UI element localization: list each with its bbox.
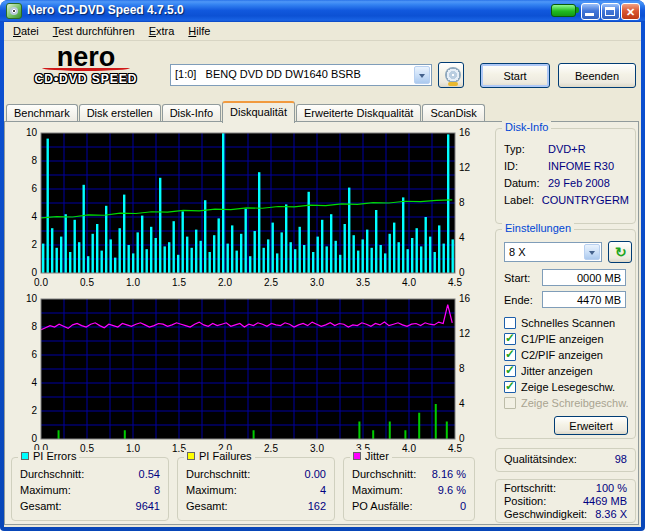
checkbox-label: Jitter anzeigen bbox=[521, 365, 593, 377]
minimize-icon bbox=[585, 13, 594, 16]
checkbox-icon bbox=[504, 365, 516, 377]
stat-row: Gesamt:9641 bbox=[20, 498, 160, 514]
menu-item-hilfe[interactable]: Hilfe bbox=[181, 23, 217, 39]
stats-rows: Durchschnitt:0.54 Maximum:8 Gesamt:9641 bbox=[12, 458, 168, 514]
end-position-field[interactable] bbox=[542, 291, 626, 308]
checkbox-label: C2/PIF anzeigen bbox=[521, 349, 603, 361]
stat-label: Maximum: bbox=[352, 482, 403, 498]
svg-text:2.5: 2.5 bbox=[264, 277, 278, 288]
disk-info-value: DVD+R bbox=[548, 141, 586, 158]
start-position-label: Start: bbox=[504, 272, 530, 284]
stats-jitter-caption: Jitter bbox=[350, 450, 392, 462]
tab-erweiterte-diskqualitaet[interactable]: Erweiterte Diskqualität bbox=[296, 104, 421, 122]
chevron-down-icon bbox=[589, 251, 595, 258]
disk-info-caption: Disk-Info bbox=[502, 121, 551, 133]
maximize-button[interactable] bbox=[601, 3, 620, 20]
svg-text:8: 8 bbox=[459, 363, 465, 374]
progress-rows: Fortschritt:100 % Position:4469 MB Gesch… bbox=[496, 480, 635, 523]
progress-row-fortschritt: Fortschritt:100 % bbox=[504, 482, 627, 495]
speed-dropdown-arrow-icon[interactable] bbox=[584, 244, 600, 260]
advanced-button[interactable]: Erweitert bbox=[554, 416, 628, 435]
menu-item-datei[interactable]: Datei bbox=[6, 23, 46, 39]
checkbox-jitter-anzeigen[interactable]: Jitter anzeigen bbox=[504, 364, 631, 378]
stat-value: 0 bbox=[460, 498, 466, 514]
client-area: Datei Test durchführen Extra Hilfe nero … bbox=[4, 22, 641, 527]
svg-text:6: 6 bbox=[31, 349, 37, 360]
stats-rows: Durchschnitt:8.16 % Maximum:9.6 % PO Aus… bbox=[344, 458, 474, 514]
svg-text:10: 10 bbox=[26, 128, 38, 138]
tab-page-diskqualitaet: 108642016128400.00.51.01.52.02.53.03.54.… bbox=[4, 121, 639, 525]
progress-label: Fortschritt: bbox=[504, 482, 556, 495]
stat-row: Durchschnitt:0.00 bbox=[186, 466, 326, 482]
checkbox-zeige-schreibgeschw[interactable]: Zeige Schreibgeschw. bbox=[504, 396, 631, 410]
tab-benchmark[interactable]: Benchmark bbox=[6, 104, 78, 122]
speed-select-value: 8 X bbox=[505, 243, 583, 261]
disk-info-row-label: Label:COUNTRYGERM bbox=[504, 192, 629, 209]
progress-value: 8.36 X bbox=[595, 508, 627, 521]
checkbox-icon bbox=[504, 349, 516, 361]
disk-info-label: Datum: bbox=[504, 175, 548, 192]
title-bar[interactable]: Nero CD-DVD Speed 4.7.5.0 ✕ bbox=[0, 0, 645, 22]
progress-label: Geschwindigkeit: bbox=[504, 508, 587, 521]
tab-diskqualitaet[interactable]: Diskqualität bbox=[222, 101, 295, 123]
stats-pi-errors: PI Errors Durchschnitt:0.54 Maximum:8 Ge… bbox=[11, 457, 169, 521]
start-button[interactable]: Start bbox=[480, 63, 550, 88]
tab-disk-erstellen[interactable]: Disk erstellen bbox=[79, 104, 161, 122]
progress-row-geschwindigkeit: Geschwindigkeit:8.36 X bbox=[504, 508, 627, 521]
stat-label: PO Ausfälle: bbox=[352, 498, 413, 514]
checkbox-icon bbox=[504, 397, 516, 409]
stat-value: 8.16 % bbox=[432, 466, 466, 482]
close-button[interactable]: ✕ bbox=[621, 3, 640, 20]
checkbox-zeige-lesegeschw[interactable]: Zeige Lesegeschw. bbox=[504, 380, 631, 394]
drive-select-value: [1:0] BENQ DVD DD DW1640 BSRB bbox=[171, 65, 413, 85]
svg-text:2: 2 bbox=[31, 239, 37, 250]
svg-text:3.0: 3.0 bbox=[310, 277, 324, 288]
menu-item-extra[interactable]: Extra bbox=[142, 23, 182, 39]
app-window: Nero CD-DVD Speed 4.7.5.0 ✕ Datei Test d… bbox=[0, 0, 645, 531]
disc-icon bbox=[445, 67, 461, 83]
svg-text:0.5: 0.5 bbox=[80, 277, 94, 288]
svg-text:8: 8 bbox=[31, 155, 37, 166]
start-position-field[interactable] bbox=[542, 269, 626, 286]
close-icon: ✕ bbox=[622, 6, 639, 18]
checkbox-label: Schnelles Scannen bbox=[521, 317, 615, 329]
refresh-disc-button[interactable]: ↻ bbox=[608, 241, 632, 263]
speed-select[interactable]: 8 X bbox=[504, 242, 602, 262]
svg-text:4: 4 bbox=[459, 398, 465, 409]
quality-index-value: 98 bbox=[615, 453, 627, 465]
stat-value: 0.54 bbox=[139, 466, 160, 482]
tab-disk-info[interactable]: Disk-Info bbox=[162, 104, 221, 122]
disk-info-row-typ: Typ:DVD+R bbox=[504, 141, 629, 158]
eject-disc-button[interactable] bbox=[438, 62, 464, 88]
checkbox-c2-pif-anzeigen[interactable]: C2/PIF anzeigen bbox=[504, 348, 631, 362]
menu-bar: Datei Test durchführen Extra Hilfe bbox=[4, 22, 641, 41]
svg-text:8: 8 bbox=[459, 197, 465, 208]
chevron-down-icon bbox=[419, 74, 425, 81]
disk-info-value: INFOME R30 bbox=[548, 158, 614, 175]
tab-scandisk[interactable]: ScanDisk bbox=[422, 104, 484, 122]
svg-text:4: 4 bbox=[31, 211, 37, 222]
stat-label: Durchschnitt: bbox=[20, 466, 84, 482]
progress-label: Position: bbox=[504, 495, 546, 508]
checkbox-label: C1/PIE anzeigen bbox=[521, 333, 604, 345]
drive-dropdown-arrow-icon[interactable] bbox=[414, 66, 430, 84]
checkbox-c1-pie-anzeigen[interactable]: C1/PIE anzeigen bbox=[504, 332, 631, 346]
quality-index-box: Qualitätsindex: 98 bbox=[495, 448, 636, 472]
drive-select[interactable]: [1:0] BENQ DVD DD DW1640 BSRB bbox=[170, 64, 432, 86]
svg-text:3.0: 3.0 bbox=[310, 443, 324, 454]
minimize-button[interactable] bbox=[581, 3, 600, 20]
checkbox-label: Zeige Schreibgeschw. bbox=[521, 397, 629, 409]
checkbox-schnelles-scannen[interactable]: Schnelles Scannen bbox=[504, 316, 631, 330]
disk-info-rows: Typ:DVD+R ID:INFOME R30 Datum:29 Feb 200… bbox=[496, 129, 635, 209]
quit-button[interactable]: Beenden bbox=[558, 63, 636, 88]
svg-text:3.5: 3.5 bbox=[356, 277, 370, 288]
svg-text:8: 8 bbox=[31, 321, 37, 332]
settings-group: Einstellungen 8 X ↻ Start: Ende: Schnell… bbox=[495, 229, 636, 439]
stat-label: Durchschnitt: bbox=[186, 466, 250, 482]
disk-info-row-datum: Datum:29 Feb 2008 bbox=[504, 175, 629, 192]
quality-index-label: Qualitätsindex: bbox=[504, 453, 577, 465]
jitter-plot: 108642016128400.00.51.01.52.02.53.03.54.… bbox=[5, 294, 485, 456]
menu-item-test-durchfuehren[interactable]: Test durchführen bbox=[46, 23, 142, 39]
svg-text:4.5: 4.5 bbox=[448, 443, 462, 454]
progress-row-position: Position:4469 MB bbox=[504, 495, 627, 508]
